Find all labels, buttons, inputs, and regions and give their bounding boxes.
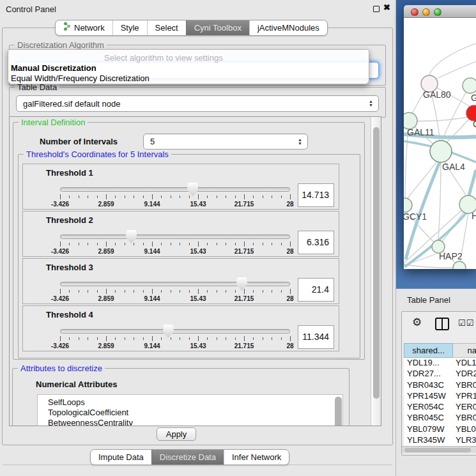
table-row[interactable]: YER054CYER0 <box>404 402 476 413</box>
table-row[interactable]: YBR045CYBR0 <box>404 413 476 424</box>
node-label: GCY1 <box>404 211 427 222</box>
threshold-panel: Threshold 2 -3.4262.8599.14415.4321.7152… <box>22 211 339 257</box>
table-data-combobox[interactable]: galFiltered.sif default node ▲▼ <box>16 95 379 112</box>
table-row[interactable]: YDL19...YDL1 <box>404 358 476 369</box>
group-title: Interval Definition <box>19 118 88 127</box>
right-area: GAL80GACGAL11GAL4GCY1HHAP2 Table Panel ⚙… <box>396 0 476 476</box>
threshold-slider[interactable]: -3.4262.8599.14415.4321.71528 <box>60 229 290 256</box>
network-edge[interactable] <box>435 61 476 79</box>
table-cell[interactable]: YDL1 <box>453 358 476 369</box>
slider-track[interactable] <box>60 187 290 192</box>
popup-item-manual-discretization[interactable]: Manual Discretization <box>11 63 96 73</box>
threshold-slider[interactable]: -3.4262.8599.14415.4321.71528 <box>60 182 290 209</box>
column-layout-icon[interactable] <box>435 318 449 330</box>
tab-jactivemnodules[interactable]: jActiveMNodules <box>249 20 327 35</box>
network-edge[interactable] <box>429 43 476 75</box>
tab-infer-network[interactable]: Infer Network <box>224 450 289 464</box>
tab-discretize-data[interactable]: Discretize Data <box>151 450 224 464</box>
slider-track[interactable] <box>60 282 290 286</box>
scrollbar-thumb[interactable] <box>373 127 380 399</box>
slider-scale <box>60 336 290 341</box>
network-graph[interactable]: GAL80GACGAL11GAL4GCY1HHAP2 <box>404 18 476 269</box>
tab-impute-data[interactable]: Impute Data <box>91 450 151 464</box>
table-cell[interactable]: YBL079W <box>404 424 453 435</box>
top-tabbar: Network Style Select Cyni Toolbox jActiv… <box>55 20 328 36</box>
threshold-value-field[interactable]: 6.316 <box>298 231 334 254</box>
slider-track[interactable] <box>60 329 290 334</box>
scrollbar-thumb[interactable] <box>404 448 471 452</box>
table-header: shared... na <box>404 343 476 358</box>
tab-label: Infer Network <box>232 450 281 464</box>
table-row[interactable]: YDR27...YDR2 <box>404 369 476 380</box>
tab-network[interactable]: Network <box>56 20 112 35</box>
table-cell[interactable]: YER0 <box>453 402 476 413</box>
network-edge[interactable] <box>404 265 459 268</box>
table-cell[interactable]: YBR045C <box>404 413 453 424</box>
table-row[interactable]: YLR345WYLR3 <box>404 435 476 446</box>
list-item[interactable]: BetweennessCentrality <box>48 418 342 426</box>
checkbox-icons[interactable]: ☑☑ <box>458 318 474 328</box>
slider-scale-labels: -3.4262.8599.14415.4321.71528 <box>60 295 290 303</box>
minimize-traffic-light-icon[interactable] <box>422 8 430 16</box>
apply-button[interactable]: Apply <box>157 427 196 441</box>
list-item[interactable]: SelfLoops <box>48 397 342 408</box>
table-cell[interactable]: YDR27... <box>404 369 453 380</box>
close-icon[interactable]: ✖ <box>383 3 390 12</box>
network-window-titlebar[interactable] <box>404 5 476 18</box>
threshold-slider[interactable]: -3.4262.8599.14415.4321.71528 <box>60 324 290 351</box>
table-cell[interactable]: YPR145W <box>404 391 453 402</box>
slider-track[interactable] <box>60 234 290 239</box>
network-edge[interactable] <box>409 116 476 121</box>
tab-style[interactable]: Style <box>112 20 147 35</box>
table-cell[interactable]: YBR0 <box>453 380 476 391</box>
table-cell[interactable]: YBL0 <box>453 424 476 435</box>
gear-icon[interactable]: ⚙ <box>412 316 422 329</box>
table-cell[interactable]: YBR0 <box>453 413 476 424</box>
network-node[interactable] <box>404 198 412 212</box>
threshold-panel: Threshold 3 -3.4262.8599.14415.4321.7152… <box>22 258 339 304</box>
table-row[interactable]: YBR043CYBR0 <box>404 380 476 391</box>
network-node[interactable] <box>430 141 452 162</box>
threshold-value-field[interactable]: 11.344 <box>298 325 334 349</box>
horizontal-scrollbar[interactable] <box>402 446 476 453</box>
network-view-window[interactable]: GAL80GACGAL11GAL4GCY1HHAP2 <box>404 5 476 269</box>
table-panel: Table Panel ⚙ ☑☑ shared... na YDL19...YD… <box>396 289 476 476</box>
zoom-traffic-light-icon[interactable] <box>434 8 441 16</box>
popup-placeholder-item[interactable]: Select algorithm to view settings <box>104 53 223 63</box>
tab-select[interactable]: Select <box>147 20 186 35</box>
tab-cyni-toolbox[interactable]: Cyni Toolbox <box>186 20 249 35</box>
network-edge[interactable] <box>438 162 441 240</box>
threshold-slider[interactable]: -3.4262.8599.14415.4321.71528 <box>60 277 290 303</box>
node-label: GAL11 <box>407 127 434 137</box>
table-cell[interactable]: YBR043C <box>404 380 453 391</box>
table-cell[interactable]: YLR3 <box>453 435 476 446</box>
threshold-panel: Threshold 4 -3.4262.8599.14415.4321.7152… <box>22 305 339 351</box>
number-of-intervals-label: Number of Intervals <box>40 137 118 146</box>
tab-label: Impute Data <box>98 450 144 464</box>
float-window-icon[interactable] <box>373 6 380 12</box>
network-canvas[interactable]: GAL80GACGAL11GAL4GCY1HHAP2 <box>404 18 476 269</box>
table-row[interactable]: YPR145WYPR1 <box>404 391 476 402</box>
threshold-value-field[interactable]: 14.713 <box>298 183 334 207</box>
network-edge[interactable] <box>469 170 476 196</box>
table-cell[interactable]: YDL19... <box>404 358 453 369</box>
popup-item-equal-width-frequency[interactable]: Equal Width/Frequency Discretization <box>11 73 150 83</box>
table-cell[interactable]: YDR2 <box>453 369 476 380</box>
slider-scale <box>60 194 290 199</box>
table-cell[interactable]: YER054C <box>404 402 453 413</box>
numerical-attributes-list[interactable]: SelfLoops TopologicalCoefficient Between… <box>37 394 343 426</box>
vertical-scrollbar[interactable] <box>371 117 381 426</box>
number-of-intervals-combobox[interactable]: 5 ▲▼ <box>143 134 308 150</box>
table-cell[interactable]: YLR345W <box>404 435 453 446</box>
network-node[interactable] <box>463 78 476 93</box>
column-header-shared[interactable]: shared... <box>404 343 453 358</box>
column-header-name[interactable]: na <box>453 343 476 358</box>
table-cell[interactable]: YPR1 <box>453 391 476 402</box>
tab-label: Discretize Data <box>160 450 216 464</box>
close-traffic-light-icon[interactable] <box>411 8 418 16</box>
threshold-value-field[interactable]: 21.4 <box>298 278 334 302</box>
list-item[interactable]: TopologicalCoefficient <box>48 408 342 418</box>
group-title: Discretization Algorithm <box>15 40 107 50</box>
scrollbar-thumb[interactable] <box>335 397 342 426</box>
table-row[interactable]: YBL079WYBL0 <box>404 424 476 435</box>
